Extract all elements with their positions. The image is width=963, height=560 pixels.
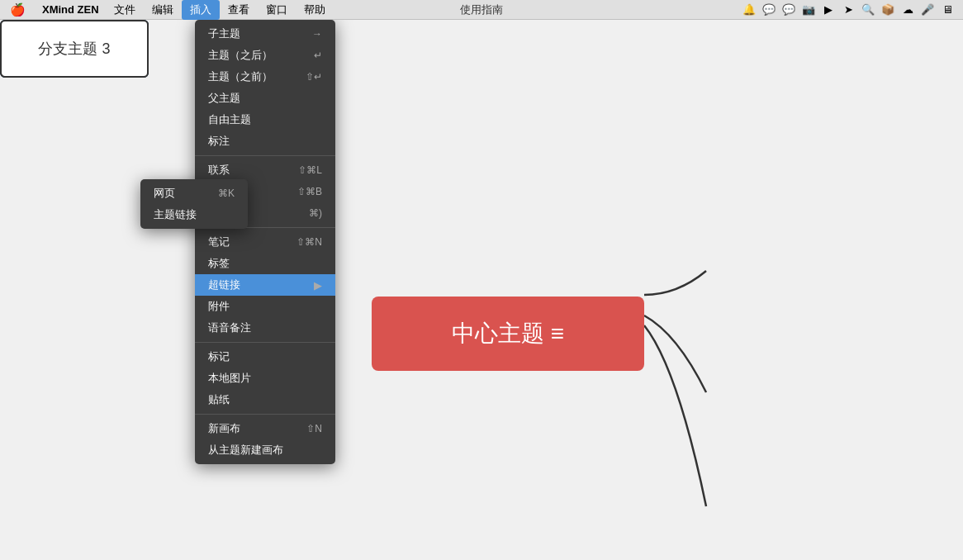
menu-new-canvas-from-topic[interactable]: 从主题新建画布 [195,439,335,461]
menu-window[interactable]: 窗口 [258,0,296,20]
menu-topic-before[interactable]: 主题（之前） ⇧↵ [195,66,335,88]
menu-note[interactable]: 笔记 ⇧⌘N [195,231,335,253]
icon-mic[interactable]: 🎤 [920,2,935,17]
menu-local-image[interactable]: 本地图片 [195,368,335,389]
menu-voice-note[interactable]: 语音备注 [195,317,335,339]
connector-lines [0,20,963,560]
menu-file[interactable]: 文件 [106,0,144,20]
app-name[interactable]: XMind ZEN [36,0,106,20]
submenu-webpage[interactable]: 网页 ⌘K [140,183,248,204]
icon-arrow[interactable]: ➤ [841,2,856,17]
menu-attachment[interactable]: 附件 [195,296,335,317]
sep-4 [195,414,335,415]
icon-bell[interactable]: 🔔 [742,2,757,17]
icon-wechat2[interactable]: 💬 [781,2,796,17]
menu-annotation[interactable]: 标注 [195,131,335,152]
menu-view[interactable]: 查看 [220,0,258,20]
menu-help[interactable]: 帮助 [296,0,334,20]
sep-3 [195,342,335,343]
submenu-topic-link[interactable]: 主题链接 [140,204,248,225]
menu-insert[interactable]: 插入 [182,0,220,20]
menu-subtopic[interactable]: 子主题 → [195,23,335,45]
menubar: 🍎 XMind ZEN 文件 编辑 插入 查看 窗口 帮助 使用指南 🔔 💬 💬… [0,0,963,20]
icon-box[interactable]: 📦 [880,2,895,17]
menu-label[interactable]: 标签 [195,253,335,274]
menu-relationship[interactable]: 联系 ⇧⌘L [195,159,335,181]
menu-sticker[interactable]: 贴纸 [195,389,335,411]
menu-edit[interactable]: 编辑 [144,0,182,20]
center-node[interactable]: 中心主题 ≡ [372,297,644,371]
apple-menu[interactable]: 🍎 [0,0,36,20]
mindmap: 中心主题 ≡ 分支主题 1 分支主题 2 分支主题 3 [0,20,963,560]
icon-wechat1[interactable]: 💬 [761,2,776,17]
window-title: 使用指南 [460,2,503,17]
menu-parent-topic[interactable]: 父主题 [195,88,335,109]
menu-free-topic[interactable]: 自由主题 [195,109,335,131]
menu-new-canvas[interactable]: 新画布 ⇧N [195,418,335,439]
branch-node-3[interactable]: 分支主题 3 [0,20,149,78]
sep-1 [195,155,335,156]
icon-search[interactable]: 🔍 [861,2,875,17]
icon-screen[interactable]: 🖥 [940,2,955,17]
icon-play[interactable]: ▶ [821,2,836,17]
menubar-icons: 🔔 💬 💬 📷 ▶ ➤ 🔍 📦 ☁ 🎤 🖥 [742,2,955,17]
canvas: 中心主题 ≡ 分支主题 1 分支主题 2 分支主题 3 子主题 → 主题（之后）… [0,20,963,560]
insert-dropdown: 子主题 → 主题（之后） ↵ 主题（之前） ⇧↵ 父主题 自由主题 标注 联系 … [195,20,335,464]
menu-hyperlink[interactable]: 超链接 ▶ [195,274,335,296]
menu-marker[interactable]: 标记 [195,346,335,368]
icon-cloud[interactable]: ☁ [900,2,915,17]
icon-camera[interactable]: 📷 [801,2,816,17]
submenu-arrow: ▶ [314,279,322,292]
menu-topic-after[interactable]: 主题（之后） ↵ [195,45,335,66]
hyperlink-submenu: 网页 ⌘K 主题链接 [140,179,248,229]
